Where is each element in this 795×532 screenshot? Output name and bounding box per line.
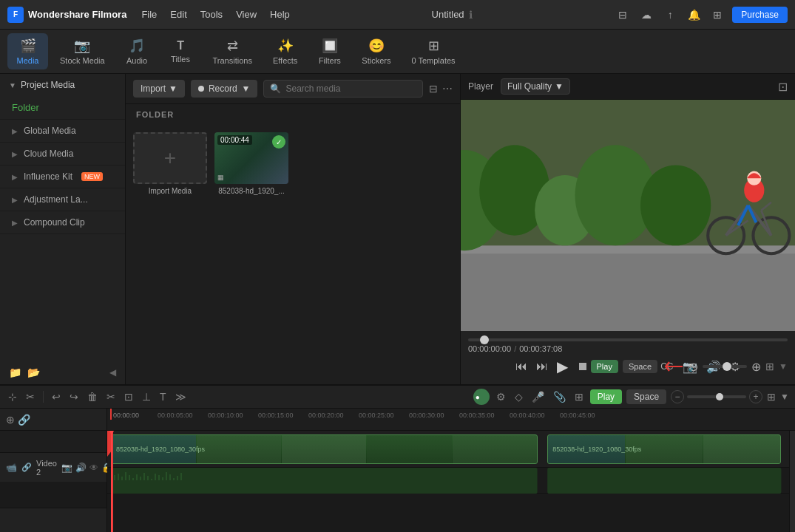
timeline-redo-button[interactable]: ↪ bbox=[67, 389, 81, 405]
skip-back-button[interactable]: ⏮ bbox=[512, 357, 530, 376]
quality-select[interactable]: Full Quality ▼ bbox=[501, 78, 570, 95]
record-button[interactable]: Record ▼ bbox=[191, 80, 258, 98]
track-clip-2[interactable]: 852038-hd_1920_1080_30fps bbox=[547, 434, 781, 464]
sidebar-collapse-icon[interactable]: ◀ bbox=[109, 367, 116, 378]
play-timeline-button[interactable]: Play bbox=[590, 389, 622, 404]
toolbar-stock-media[interactable]: 📷 Stock Media bbox=[51, 33, 114, 69]
timeline-extra-icon[interactable]: ⊞ bbox=[572, 389, 586, 405]
toolbar-filters[interactable]: 🔲 Filters bbox=[309, 33, 350, 69]
project-media-header[interactable]: ▼ Project Media bbox=[0, 74, 125, 96]
stop-button[interactable]: ⏹ bbox=[574, 357, 592, 376]
zoom-minus-preview-button[interactable]: ⊖ bbox=[689, 360, 698, 374]
timeline-grid-icon[interactable]: ⊞ bbox=[767, 391, 776, 403]
timeline-more-button[interactable]: ≫ bbox=[173, 389, 189, 405]
tl-sep-1 bbox=[43, 391, 44, 403]
track-clip-1[interactable]: 852038-hd_1920_1080_30fps bbox=[111, 434, 538, 464]
expand-preview-icon[interactable]: ⊡ bbox=[778, 80, 788, 94]
menu-help[interactable]: Help bbox=[270, 9, 290, 20]
timeline-content: ⊕ 🔗 📹 🔗 Video 2 📷 🔊 👁 🔒 bbox=[0, 409, 795, 532]
toolbar-templates[interactable]: ⊞ 0 Templates bbox=[402, 33, 464, 69]
timeline-zoom-thumb[interactable] bbox=[716, 393, 723, 400]
zoom-thumb-preview[interactable] bbox=[723, 362, 731, 371]
timeline-delete-button[interactable]: 🗑 bbox=[85, 389, 100, 405]
video2-eye-btn[interactable]: 👁 bbox=[89, 463, 98, 473]
toolbar-titles[interactable]: T Titles bbox=[160, 35, 201, 68]
media-clip-item[interactable]: 00:00:44 ✓ ▦ 852038-hd_1920_... bbox=[214, 132, 288, 195]
timeline-toolbar: ⊹ ✂ ↩ ↪ 🗑 ✂ ⊡ ⊥ T ≫ ● ⚙ ◇ 🎤 📎 ⊞ Play Spa… bbox=[0, 386, 795, 409]
notification-icon[interactable]: 🔔 bbox=[685, 6, 703, 24]
sidebar-item-cloud-media[interactable]: ▶ Cloud Media bbox=[0, 143, 125, 165]
sidebar-item-compound-clip[interactable]: ▶ Compound Clip bbox=[0, 211, 125, 233]
timeline-record-icon[interactable]: ● bbox=[473, 389, 490, 405]
timeline-split-button[interactable]: ⊥ bbox=[140, 389, 153, 405]
timeline-zoom-plus[interactable]: + bbox=[749, 390, 762, 403]
grid-view-icon[interactable]: ⊞ bbox=[765, 361, 774, 372]
preview-panel: Player Full Quality ▼ ⊡ bbox=[461, 74, 795, 384]
timeline-options-chevron[interactable]: ▼ bbox=[780, 392, 789, 402]
timeline-cut-button[interactable]: ✂ bbox=[104, 389, 118, 405]
play-button[interactable]: ▶ bbox=[554, 355, 571, 378]
filters-icon: 🔲 bbox=[322, 38, 338, 54]
menu-edit[interactable]: Edit bbox=[170, 9, 186, 20]
timeline-razor-tool[interactable]: ✂ bbox=[24, 389, 37, 405]
timeline-zoom-minus[interactable]: − bbox=[671, 390, 684, 403]
menu-bar: File Edit Tools View Help bbox=[141, 9, 289, 20]
waveform-svg bbox=[107, 468, 795, 494]
timeline-marker-icon[interactable]: ◇ bbox=[512, 389, 525, 405]
media-label: Media bbox=[17, 56, 39, 65]
apps-icon[interactable]: ⊞ bbox=[708, 6, 726, 24]
import-media-item[interactable]: + Import Media bbox=[133, 132, 207, 195]
app-logo: F Wondershare Filmora bbox=[7, 7, 126, 23]
sidebar-item-global-media[interactable]: ▶ Global Media bbox=[0, 120, 125, 142]
zoom-slider-preview[interactable] bbox=[703, 365, 747, 368]
svg-text:00:00:20:00: 00:00:20:00 bbox=[308, 412, 344, 419]
timeline-undo-button[interactable]: ↩ bbox=[50, 389, 63, 405]
new-folder-icon[interactable]: 📂 bbox=[27, 366, 40, 378]
sidebar-item-adjustment[interactable]: ▶ Adjustment La... bbox=[0, 188, 125, 211]
timeline-scrollbar[interactable] bbox=[789, 431, 795, 532]
toolbar-media[interactable]: 🎬 Media bbox=[7, 33, 48, 69]
toolbar-effects[interactable]: ✨ Effects bbox=[264, 33, 306, 69]
timeline-select-tool[interactable]: ⊹ bbox=[6, 389, 19, 405]
purchase-button[interactable]: Purchase bbox=[732, 7, 788, 23]
menu-file[interactable]: File bbox=[141, 9, 157, 20]
titles-icon: T bbox=[177, 39, 184, 52]
top-right-controls: ⊟ ☁ ↑ 🔔 ⊞ Purchase bbox=[614, 6, 788, 24]
minimize-icon[interactable]: ⊟ bbox=[614, 6, 632, 24]
folder-item[interactable]: Folder bbox=[0, 96, 125, 119]
view-chevron-icon[interactable]: ▼ bbox=[779, 361, 788, 372]
share-icon[interactable]: ↑ bbox=[661, 6, 679, 24]
timeline-right-controls: ● ⚙ ◇ 🎤 📎 ⊞ Play Space − + ⊞ ▼ bbox=[473, 389, 789, 405]
sidebar-item-influence-kit[interactable]: ▶ Influence Kit NEW bbox=[0, 166, 125, 188]
progress-thumb[interactable] bbox=[480, 335, 489, 344]
timeline-crop-button[interactable]: ⊡ bbox=[122, 389, 135, 405]
filter-icon[interactable]: ⊟ bbox=[429, 83, 438, 95]
video2-audio-btn[interactable]: 🔊 bbox=[75, 463, 87, 473]
toolbar-audio[interactable]: 🎵 Audio bbox=[117, 33, 158, 69]
link-track-icon[interactable]: 🔗 bbox=[18, 414, 30, 426]
menu-view[interactable]: View bbox=[236, 9, 257, 20]
play-space-preview-button[interactable]: Play bbox=[591, 360, 618, 373]
more-options-icon[interactable]: ⋯ bbox=[442, 83, 453, 95]
timeline-clip-icon[interactable]: 📎 bbox=[551, 389, 568, 405]
search-input[interactable] bbox=[285, 83, 416, 94]
timeline-zoom-track[interactable] bbox=[687, 395, 746, 398]
menu-tools[interactable]: Tools bbox=[200, 9, 223, 20]
timeline-audio-icon[interactable]: 🎤 bbox=[530, 389, 547, 405]
global-media-section: ▶ Global Media bbox=[0, 120, 125, 143]
step-back-button[interactable]: ⏭ bbox=[533, 357, 551, 376]
space-preview-button[interactable]: Space bbox=[623, 360, 657, 373]
import-button[interactable]: Import ▼ bbox=[133, 80, 185, 98]
timeline-settings-icon[interactable]: ⚙ bbox=[494, 389, 508, 405]
add-track-icon[interactable]: ⊕ bbox=[6, 414, 15, 426]
timeline-text-button[interactable]: T bbox=[158, 389, 169, 405]
space-timeline-button[interactable]: Space bbox=[626, 389, 666, 404]
toolbar-transitions[interactable]: ⇄ Transitions bbox=[204, 33, 261, 69]
svg-text:00:00:40:00: 00:00:40:00 bbox=[510, 412, 545, 419]
zoom-plus-preview-button[interactable]: ⊕ bbox=[751, 360, 761, 374]
video2-camera-btn[interactable]: 📷 bbox=[61, 463, 72, 473]
toolbar-stickers[interactable]: 😊 Stickers bbox=[353, 33, 399, 69]
progress-track[interactable] bbox=[468, 338, 788, 341]
add-folder-icon[interactable]: 📁 bbox=[9, 366, 21, 378]
save-cloud-icon[interactable]: ☁ bbox=[637, 6, 655, 24]
